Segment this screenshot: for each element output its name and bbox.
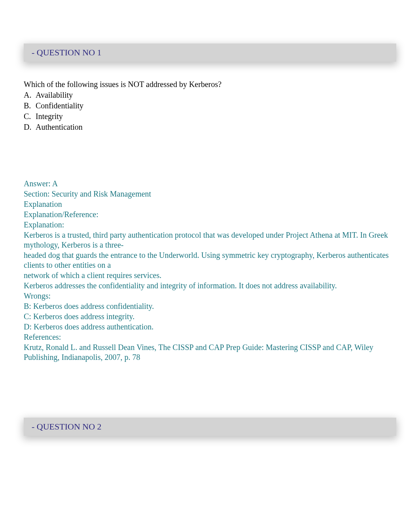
option-a-text: Availability [36,91,73,99]
option-b: B.Confidentiality [24,101,396,111]
option-b-letter: B. [24,101,36,111]
wrong-c: C: Kerberos does address integrity. [24,312,396,322]
explanation-body-2: headed dog that guards the entrance to t… [24,250,396,270]
question-2-header-prefix: - QUESTION NO [32,422,97,431]
wrongs-label: Wrongs: [24,291,396,301]
option-c: C.Integrity [24,112,396,121]
question-1-header-text: - QUESTION NO 1 [32,47,102,57]
document-content: - QUESTION NO 1 Which of the following i… [0,44,420,436]
reference-text: Krutz, Ronald L. and Russell Dean Vines,… [24,342,396,362]
answer-value: Answer: A [24,179,396,189]
option-d: D.Authentication [24,122,396,132]
question-header-prefix: - QUESTION NO [32,47,97,57]
option-a-letter: A. [24,90,36,100]
option-d-letter: D. [24,122,36,132]
question-1-prompt: Which of the following issues is NOT add… [24,79,396,89]
section-value: Section: Security and Risk Management [24,189,396,199]
explanation-label: Explanation: [24,220,396,230]
option-d-text: Authentication [36,123,83,131]
question-2-header: - QUESTION NO 2 [24,418,396,436]
wrong-b: B: Kerberos does address confidentiality… [24,301,396,311]
option-c-text: Integrity [36,112,63,121]
option-a: A.Availability [24,90,396,100]
question-2-header-text: - QUESTION NO 2 [32,422,102,431]
question-1-body: Which of the following issues is NOT add… [24,62,396,132]
question-1-number: 1 [97,47,102,58]
wrong-d: D: Kerberos does address authentication. [24,322,396,332]
option-c-letter: C. [24,112,36,121]
question-2-number: 2 [97,422,102,432]
explanation-body-3: network of which a client requires servi… [24,271,396,280]
explanation-body-4: Kerberos addresses the confidentiality a… [24,281,396,291]
explanation-reference-heading: Explanation/Reference: [24,210,396,219]
explanation-body-1: Kerberos is a trusted, third party authe… [24,230,396,250]
question-1-header: - QUESTION NO 1 [24,44,396,62]
option-b-text: Confidentiality [36,101,83,110]
answer-section: Answer: A Section: Security and Risk Man… [24,179,396,362]
references-label: References: [24,332,396,342]
explanation-heading: Explanation [24,199,396,209]
